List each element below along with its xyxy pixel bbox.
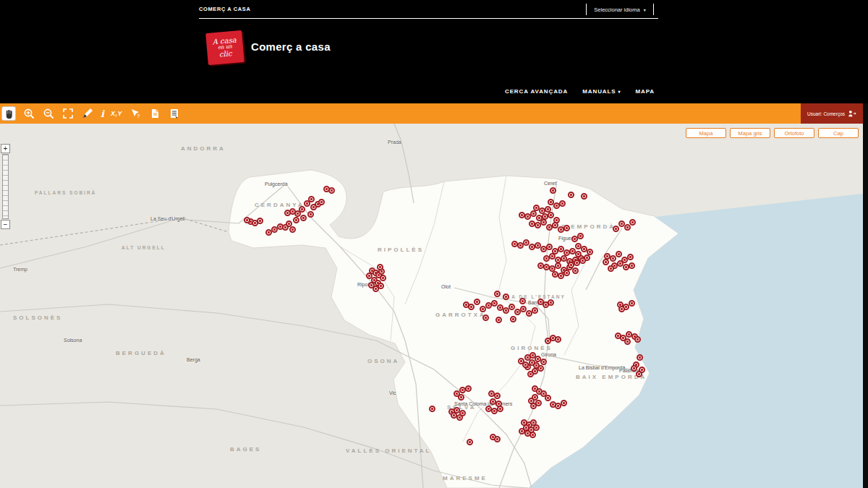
- commerce-marker[interactable]: [561, 400, 567, 406]
- commerce-marker[interactable]: [613, 226, 619, 232]
- commerce-marker[interactable]: [629, 219, 636, 226]
- commerce-marker[interactable]: [548, 299, 554, 306]
- commerce-marker[interactable]: [636, 371, 642, 377]
- home-link[interactable]: COMERÇ A CASA: [199, 6, 250, 12]
- commerce-marker[interactable]: [540, 359, 547, 365]
- commerce-marker[interactable]: [631, 365, 637, 372]
- commerce-marker[interactable]: [532, 307, 538, 314]
- commerce-marker[interactable]: [577, 233, 584, 239]
- commerce-marker[interactable]: [587, 249, 593, 255]
- right-scroll-strip[interactable]: [863, 103, 868, 488]
- zoom-out-tool-button[interactable]: [42, 107, 55, 120]
- commerce-marker[interactable]: [616, 251, 622, 257]
- zoom-in-button[interactable]: +: [1, 144, 10, 153]
- user-badge[interactable]: Usuari: Comerços: [801, 103, 863, 124]
- site-logo[interactable]: A casa en un clic: [205, 30, 244, 65]
- zoom-slider[interactable]: [2, 154, 9, 219]
- commerce-marker[interactable]: [503, 294, 509, 300]
- commerce-marker[interactable]: [572, 267, 579, 274]
- commerce-marker[interactable]: [533, 424, 540, 431]
- commerce-marker[interactable]: [545, 395, 551, 401]
- commerce-marker[interactable]: [545, 338, 551, 344]
- pan-tool-button[interactable]: [1, 106, 16, 121]
- commerce-marker[interactable]: [548, 212, 554, 218]
- info-tool-button[interactable]: i: [101, 107, 104, 120]
- full-extent-tool-button[interactable]: [61, 107, 75, 120]
- commerce-marker[interactable]: [293, 217, 299, 223]
- commerce-marker[interactable]: [624, 338, 631, 345]
- commerce-marker[interactable]: [537, 365, 544, 372]
- language-selector[interactable]: Seleccionar idioma ▾: [586, 4, 654, 15]
- nav-manuals[interactable]: MANUALS ▾: [582, 88, 621, 95]
- commerce-marker[interactable]: [627, 254, 634, 260]
- commerce-marker[interactable]: [380, 275, 386, 281]
- commerce-marker[interactable]: [637, 354, 643, 361]
- commerce-marker[interactable]: [465, 385, 472, 392]
- commerce-marker[interactable]: [618, 306, 625, 312]
- nav-cerca-avancada[interactable]: CERCA AVANÇADA: [505, 88, 568, 95]
- basemap-button-mapa-gris[interactable]: Mapa gris: [730, 128, 770, 138]
- commerce-marker[interactable]: [307, 211, 314, 218]
- commerce-marker[interactable]: [482, 314, 489, 321]
- commerce-marker[interactable]: [540, 219, 547, 226]
- commerce-marker[interactable]: [497, 406, 503, 412]
- measure-tool-button[interactable]: [81, 107, 94, 120]
- commerce-marker[interactable]: [277, 223, 284, 230]
- export-pdf-tool-button[interactable]: [148, 107, 161, 120]
- commerce-marker[interactable]: [300, 215, 307, 221]
- commerce-marker[interactable]: [429, 406, 435, 412]
- commerce-marker[interactable]: [458, 394, 464, 401]
- commerce-marker[interactable]: [244, 217, 250, 223]
- commerce-marker[interactable]: [494, 291, 501, 297]
- commerce-marker[interactable]: [377, 264, 383, 270]
- commerce-marker[interactable]: [299, 206, 305, 213]
- commerce-marker[interactable]: [581, 193, 587, 200]
- commerce-marker[interactable]: [559, 200, 566, 207]
- commerce-marker[interactable]: [568, 192, 574, 198]
- commerce-marker[interactable]: [584, 254, 590, 261]
- map-canvas[interactable]: ANDORRAPALLARS SOBIRÀALT URGELLCERDANYAR…: [0, 124, 868, 488]
- commerce-marker[interactable]: [494, 436, 501, 442]
- commerce-marker[interactable]: [308, 196, 315, 202]
- commerce-marker[interactable]: [563, 225, 570, 231]
- basemap-button-cap[interactable]: Cap: [818, 128, 859, 138]
- commerce-marker[interactable]: [610, 255, 616, 262]
- commerce-marker[interactable]: [468, 304, 475, 310]
- commerce-marker[interactable]: [608, 265, 614, 272]
- commerce-marker[interactable]: [510, 316, 516, 322]
- identify-tool-button[interactable]: ?: [129, 107, 142, 120]
- coordinates-tool-button[interactable]: X,Y: [111, 107, 122, 120]
- commerce-marker[interactable]: [289, 226, 296, 233]
- commerce-marker[interactable]: [467, 439, 473, 445]
- commerce-marker[interactable]: [328, 187, 335, 194]
- commerce-marker[interactable]: [603, 259, 609, 265]
- commerce-marker[interactable]: [456, 414, 463, 421]
- commerce-marker[interactable]: [494, 393, 501, 399]
- basemap-button-ortofoto[interactable]: Ortofoto: [774, 128, 814, 138]
- commerce-marker[interactable]: [366, 273, 373, 279]
- export-list-tool-button[interactable]: [168, 107, 181, 120]
- zoom-in-tool-button[interactable]: [22, 107, 35, 120]
- commerce-marker[interactable]: [519, 428, 525, 435]
- commerce-marker[interactable]: [495, 317, 502, 323]
- zoom-out-button[interactable]: −: [1, 220, 10, 229]
- commerce-marker[interactable]: [527, 371, 534, 377]
- commerce-marker[interactable]: [530, 403, 537, 409]
- commerce-marker[interactable]: [368, 282, 375, 288]
- basemap-button-mapa[interactable]: Mapa: [686, 128, 726, 138]
- commerce-marker[interactable]: [519, 298, 526, 304]
- nav-mapa[interactable]: MAPA: [635, 88, 655, 95]
- commerce-marker[interactable]: [550, 187, 556, 194]
- commerce-marker[interactable]: [563, 270, 570, 276]
- commerce-marker[interactable]: [518, 358, 524, 364]
- commerce-marker[interactable]: [629, 262, 635, 269]
- commerce-marker[interactable]: [474, 299, 480, 305]
- commerce-marker[interactable]: [257, 218, 263, 224]
- commerce-marker[interactable]: [555, 336, 561, 343]
- commerce-marker[interactable]: [629, 300, 635, 307]
- commerce-marker[interactable]: [634, 336, 641, 343]
- commerce-marker[interactable]: [509, 304, 515, 310]
- commerce-marker[interactable]: [624, 224, 631, 231]
- commerce-marker[interactable]: [318, 199, 325, 205]
- commerce-marker[interactable]: [529, 432, 536, 438]
